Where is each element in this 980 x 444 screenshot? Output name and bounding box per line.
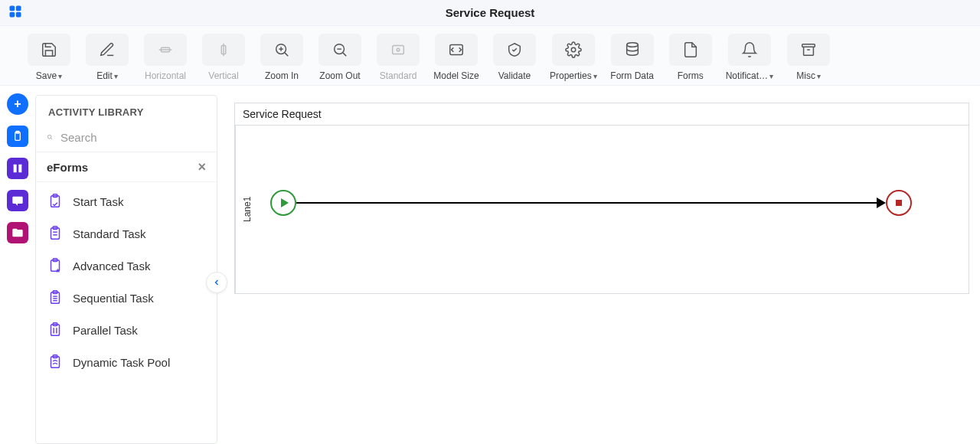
zoom-in-label: Zoom In [265, 70, 299, 81]
library-items: Start Task Standard Task Advanced Task S… [36, 182, 217, 381]
library-item-standard-task[interactable]: Standard Task [36, 217, 217, 250]
library-item-label: Dynamic Task Pool [73, 356, 170, 369]
left-rail: + [0, 86, 35, 444]
start-node[interactable] [270, 190, 296, 216]
model-size-tool[interactable]: Model Size [433, 34, 479, 81]
validate-tool[interactable]: Validate [492, 34, 537, 81]
library-item-start-task[interactable]: Start Task [36, 185, 217, 217]
svg-line-27 [51, 139, 52, 139]
activity-library-title: ACTIVITY LIBRARY [36, 96, 217, 126]
edit-icon [86, 34, 129, 66]
horizontal-tool: Horizontal [142, 34, 188, 81]
vertical-tool: Vertical [201, 34, 247, 81]
lane-row: Lane1 [235, 126, 969, 293]
save-label: Save▾ [36, 70, 62, 81]
activity-library-panel: ACTIVITY LIBRARY eForms × Start Task Sta… [35, 95, 217, 444]
validate-icon [493, 34, 536, 66]
library-item-label: Standard Task [73, 227, 146, 240]
horizontal-label: Horizontal [145, 70, 186, 81]
svg-rect-1 [16, 5, 21, 11]
zoom-in-tool[interactable]: Zoom In [259, 34, 305, 81]
zoom-out-tool[interactable]: Zoom Out [317, 34, 363, 81]
notifications-label: Notificat…▾ [726, 70, 773, 81]
chevron-down-icon: ▾ [58, 72, 62, 80]
close-icon[interactable]: × [198, 160, 206, 174]
align-vertical-icon [202, 34, 245, 66]
svg-point-26 [47, 135, 51, 139]
folder-button[interactable] [7, 222, 28, 243]
library-item-label: Parallel Task [73, 324, 138, 337]
chevron-down-icon: ▾ [593, 72, 597, 80]
arrow-icon [877, 198, 886, 208]
search-input[interactable] [60, 131, 206, 144]
lane-label[interactable]: Lane1 [235, 126, 258, 293]
save-tool[interactable]: Save▾ [26, 34, 72, 81]
page-title: Service Request [446, 6, 535, 19]
library-section-header: eForms × [36, 152, 217, 182]
zoom-out-icon [318, 34, 361, 66]
zoom-in-icon [260, 34, 303, 66]
svg-rect-25 [18, 165, 21, 173]
clipboard-button[interactable] [7, 126, 28, 147]
form-data-label: Form Data [610, 70, 654, 81]
end-node[interactable] [886, 190, 912, 216]
svg-point-16 [397, 48, 400, 51]
fit-standard-icon [377, 34, 420, 66]
svg-rect-24 [14, 165, 17, 173]
svg-rect-2 [10, 11, 15, 17]
process-title[interactable]: Service Request [235, 103, 969, 126]
canvas-area: Service Request Lane1 [217, 86, 980, 444]
svg-rect-3 [16, 11, 21, 17]
chevron-down-icon: ▾ [769, 72, 773, 80]
archive-icon [787, 34, 830, 66]
misc-tool[interactable]: Misc▾ [786, 34, 831, 81]
form-data-tool[interactable]: Form Data [609, 34, 655, 81]
add-button[interactable]: + [7, 93, 28, 115]
columns-button[interactable] [7, 158, 28, 179]
vertical-label: Vertical [208, 70, 238, 81]
model-size-label: Model Size [433, 70, 479, 81]
library-item-label: Advanced Task [73, 260, 150, 273]
task-icon [47, 257, 64, 274]
notifications-tool[interactable]: Notificat…▾ [726, 34, 773, 81]
misc-label: Misc▾ [796, 70, 821, 81]
library-item-advanced-task[interactable]: Advanced Task [36, 250, 217, 282]
svg-rect-0 [10, 5, 15, 11]
svg-point-19 [626, 43, 638, 47]
library-item-parallel-task[interactable]: Parallel Task [36, 314, 217, 346]
task-icon [47, 225, 64, 242]
properties-tool[interactable]: Properties▾ [550, 34, 597, 81]
forms-tool[interactable]: Forms [668, 34, 714, 81]
task-icon [47, 354, 64, 371]
chat-button[interactable] [7, 190, 28, 211]
bell-icon [728, 34, 771, 66]
library-item-sequential-task[interactable]: Sequential Task [36, 282, 217, 314]
edit-tool[interactable]: Edit▾ [84, 34, 130, 81]
zoom-out-label: Zoom Out [319, 70, 360, 81]
document-icon [669, 34, 712, 66]
task-icon [47, 322, 64, 338]
svg-line-9 [285, 53, 288, 56]
library-item-dynamic-task-pool[interactable]: Dynamic Task Pool [36, 346, 217, 378]
toolbar: Save▾ Edit▾ Horizontal Vertical Zoom In … [0, 26, 980, 86]
collapse-panel-button[interactable] [206, 272, 227, 293]
process-canvas[interactable]: Service Request Lane1 [234, 103, 969, 294]
app-header: Service Request [0, 0, 980, 26]
lane-body[interactable] [258, 126, 969, 293]
svg-point-18 [571, 47, 576, 52]
fit-model-icon [435, 34, 478, 66]
sequence-flow[interactable] [296, 202, 878, 204]
search-row [36, 126, 217, 152]
chevron-down-icon: ▾ [817, 72, 821, 80]
library-item-label: Start Task [73, 195, 123, 208]
validate-label: Validate [498, 70, 531, 81]
gear-icon [552, 34, 595, 66]
svg-rect-15 [393, 46, 404, 54]
apps-icon[interactable] [8, 4, 23, 22]
standard-label: Standard [380, 70, 417, 81]
svg-rect-20 [802, 44, 815, 47]
database-icon [611, 34, 654, 66]
task-icon [47, 193, 64, 210]
edit-label: Edit▾ [96, 70, 118, 81]
save-icon [28, 34, 70, 66]
